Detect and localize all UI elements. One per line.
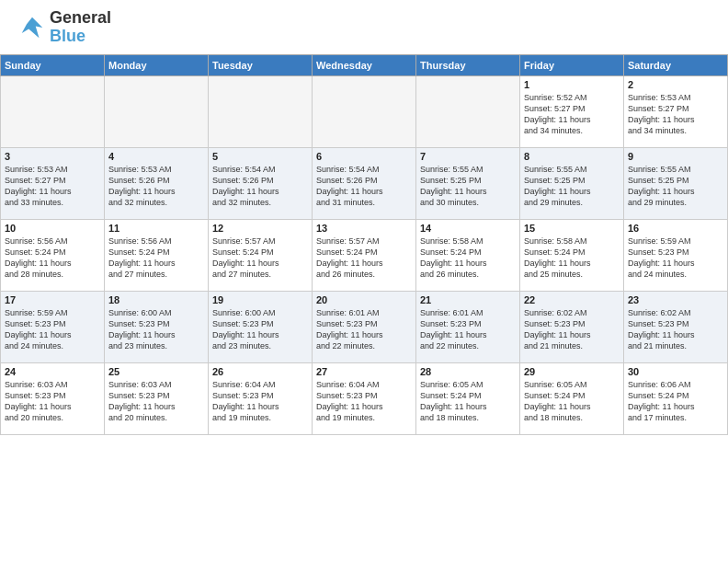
day-info: Sunrise: 5:53 AM Sunset: 5:27 PM Dayligh… bbox=[628, 92, 723, 137]
day-number: 5 bbox=[212, 151, 308, 162]
day-number: 10 bbox=[5, 223, 100, 234]
day-info: Sunrise: 5:53 AM Sunset: 5:27 PM Dayligh… bbox=[5, 164, 100, 209]
calendar-cell: 12Sunrise: 5:57 AM Sunset: 5:24 PM Dayli… bbox=[209, 219, 313, 291]
day-number: 15 bbox=[524, 223, 620, 234]
day-info: Sunrise: 6:00 AM Sunset: 5:23 PM Dayligh… bbox=[212, 307, 308, 352]
day-info: Sunrise: 5:54 AM Sunset: 5:26 PM Dayligh… bbox=[316, 164, 412, 209]
day-number: 25 bbox=[108, 366, 204, 377]
calendar-week-row: 17Sunrise: 5:59 AM Sunset: 5:23 PM Dayli… bbox=[1, 291, 728, 362]
day-number: 7 bbox=[420, 151, 516, 162]
calendar-header-row: SundayMondayTuesdayWednesdayThursdayFrid… bbox=[1, 54, 728, 75]
column-header-tuesday: Tuesday bbox=[209, 54, 313, 75]
day-number: 12 bbox=[212, 223, 308, 234]
day-number: 3 bbox=[5, 151, 100, 162]
calendar-cell: 26Sunrise: 6:04 AM Sunset: 5:23 PM Dayli… bbox=[209, 362, 313, 434]
column-header-monday: Monday bbox=[105, 54, 209, 75]
day-number: 13 bbox=[316, 223, 412, 234]
day-info: Sunrise: 6:03 AM Sunset: 5:23 PM Dayligh… bbox=[108, 379, 204, 424]
day-info: Sunrise: 5:57 AM Sunset: 5:24 PM Dayligh… bbox=[212, 236, 308, 281]
day-info: Sunrise: 6:00 AM Sunset: 5:23 PM Dayligh… bbox=[108, 307, 204, 352]
day-info: Sunrise: 5:52 AM Sunset: 5:27 PM Dayligh… bbox=[524, 92, 620, 137]
day-number: 16 bbox=[628, 223, 723, 234]
column-header-saturday: Saturday bbox=[624, 54, 728, 75]
calendar-cell: 29Sunrise: 6:05 AM Sunset: 5:24 PM Dayli… bbox=[520, 362, 624, 434]
day-number: 30 bbox=[628, 366, 723, 377]
calendar-cell bbox=[1, 75, 105, 147]
calendar-cell: 4Sunrise: 5:53 AM Sunset: 5:26 PM Daylig… bbox=[105, 147, 209, 219]
column-header-thursday: Thursday bbox=[416, 54, 520, 75]
day-info: Sunrise: 5:55 AM Sunset: 5:25 PM Dayligh… bbox=[420, 164, 516, 209]
calendar-cell: 21Sunrise: 6:01 AM Sunset: 5:23 PM Dayli… bbox=[416, 291, 520, 362]
day-number: 8 bbox=[524, 151, 620, 162]
calendar-cell: 25Sunrise: 6:03 AM Sunset: 5:23 PM Dayli… bbox=[105, 362, 209, 434]
calendar-week-row: 10Sunrise: 5:56 AM Sunset: 5:24 PM Dayli… bbox=[1, 219, 728, 291]
day-number: 23 bbox=[628, 294, 723, 305]
calendar-cell bbox=[105, 75, 209, 147]
day-number: 1 bbox=[524, 79, 620, 90]
calendar-cell: 8Sunrise: 5:55 AM Sunset: 5:25 PM Daylig… bbox=[520, 147, 624, 219]
day-info: Sunrise: 6:05 AM Sunset: 5:24 PM Dayligh… bbox=[420, 379, 516, 424]
day-info: Sunrise: 5:54 AM Sunset: 5:26 PM Dayligh… bbox=[212, 164, 308, 209]
day-number: 27 bbox=[316, 366, 412, 377]
calendar-cell: 11Sunrise: 5:56 AM Sunset: 5:24 PM Dayli… bbox=[105, 219, 209, 291]
calendar-week-row: 3Sunrise: 5:53 AM Sunset: 5:27 PM Daylig… bbox=[1, 147, 728, 219]
day-info: Sunrise: 5:55 AM Sunset: 5:25 PM Dayligh… bbox=[524, 164, 620, 209]
day-number: 22 bbox=[524, 294, 620, 305]
day-info: Sunrise: 6:04 AM Sunset: 5:23 PM Dayligh… bbox=[212, 379, 308, 424]
day-info: Sunrise: 5:55 AM Sunset: 5:25 PM Dayligh… bbox=[628, 164, 723, 209]
column-header-sunday: Sunday bbox=[1, 54, 105, 75]
header: General Blue bbox=[0, 0, 728, 51]
day-info: Sunrise: 5:58 AM Sunset: 5:24 PM Dayligh… bbox=[524, 236, 620, 281]
day-number: 17 bbox=[5, 294, 100, 305]
calendar-cell: 28Sunrise: 6:05 AM Sunset: 5:24 PM Dayli… bbox=[416, 362, 520, 434]
day-number: 11 bbox=[108, 223, 204, 234]
day-info: Sunrise: 5:56 AM Sunset: 5:24 PM Dayligh… bbox=[5, 236, 100, 281]
day-info: Sunrise: 5:58 AM Sunset: 5:24 PM Dayligh… bbox=[420, 236, 516, 281]
calendar-cell: 7Sunrise: 5:55 AM Sunset: 5:25 PM Daylig… bbox=[416, 147, 520, 219]
calendar-cell: 20Sunrise: 6:01 AM Sunset: 5:23 PM Dayli… bbox=[313, 291, 416, 362]
calendar-cell: 18Sunrise: 6:00 AM Sunset: 5:23 PM Dayli… bbox=[105, 291, 209, 362]
calendar-cell: 16Sunrise: 5:59 AM Sunset: 5:23 PM Dayli… bbox=[624, 219, 728, 291]
day-number: 29 bbox=[524, 366, 620, 377]
calendar-cell: 14Sunrise: 5:58 AM Sunset: 5:24 PM Dayli… bbox=[416, 219, 520, 291]
logo-icon bbox=[18, 14, 46, 41]
day-number: 24 bbox=[5, 366, 100, 377]
day-info: Sunrise: 5:57 AM Sunset: 5:24 PM Dayligh… bbox=[316, 236, 412, 281]
calendar-cell: 13Sunrise: 5:57 AM Sunset: 5:24 PM Dayli… bbox=[313, 219, 416, 291]
calendar-cell: 23Sunrise: 6:02 AM Sunset: 5:23 PM Dayli… bbox=[624, 291, 728, 362]
svg-marker-0 bbox=[22, 17, 43, 39]
day-number: 21 bbox=[420, 294, 516, 305]
day-info: Sunrise: 6:06 AM Sunset: 5:24 PM Dayligh… bbox=[628, 379, 723, 424]
calendar-cell: 10Sunrise: 5:56 AM Sunset: 5:24 PM Dayli… bbox=[1, 219, 105, 291]
column-header-friday: Friday bbox=[520, 54, 624, 75]
day-number: 18 bbox=[108, 294, 204, 305]
calendar-table: SundayMondayTuesdayWednesdayThursdayFrid… bbox=[0, 54, 728, 435]
calendar-cell: 9Sunrise: 5:55 AM Sunset: 5:25 PM Daylig… bbox=[624, 147, 728, 219]
day-number: 9 bbox=[628, 151, 723, 162]
day-number: 28 bbox=[420, 366, 516, 377]
calendar-cell: 2Sunrise: 5:53 AM Sunset: 5:27 PM Daylig… bbox=[624, 75, 728, 147]
calendar-cell: 24Sunrise: 6:03 AM Sunset: 5:23 PM Dayli… bbox=[1, 362, 105, 434]
day-info: Sunrise: 6:02 AM Sunset: 5:23 PM Dayligh… bbox=[628, 307, 723, 352]
calendar-cell: 19Sunrise: 6:00 AM Sunset: 5:23 PM Dayli… bbox=[209, 291, 313, 362]
day-number: 2 bbox=[628, 79, 723, 90]
calendar-cell: 6Sunrise: 5:54 AM Sunset: 5:26 PM Daylig… bbox=[313, 147, 416, 219]
calendar-cell: 15Sunrise: 5:58 AM Sunset: 5:24 PM Dayli… bbox=[520, 219, 624, 291]
calendar-week-row: 24Sunrise: 6:03 AM Sunset: 5:23 PM Dayli… bbox=[1, 362, 728, 434]
calendar-cell: 27Sunrise: 6:04 AM Sunset: 5:23 PM Dayli… bbox=[313, 362, 416, 434]
day-info: Sunrise: 6:01 AM Sunset: 5:23 PM Dayligh… bbox=[420, 307, 516, 352]
day-info: Sunrise: 6:01 AM Sunset: 5:23 PM Dayligh… bbox=[316, 307, 412, 352]
day-info: Sunrise: 6:04 AM Sunset: 5:23 PM Dayligh… bbox=[316, 379, 412, 424]
calendar-cell: 3Sunrise: 5:53 AM Sunset: 5:27 PM Daylig… bbox=[1, 147, 105, 219]
calendar-cell bbox=[416, 75, 520, 147]
logo-text: General Blue bbox=[50, 9, 111, 46]
calendar-cell: 30Sunrise: 6:06 AM Sunset: 5:24 PM Dayli… bbox=[624, 362, 728, 434]
calendar-cell: 5Sunrise: 5:54 AM Sunset: 5:26 PM Daylig… bbox=[209, 147, 313, 219]
calendar-cell: 22Sunrise: 6:02 AM Sunset: 5:23 PM Dayli… bbox=[520, 291, 624, 362]
calendar-cell bbox=[313, 75, 416, 147]
day-info: Sunrise: 6:02 AM Sunset: 5:23 PM Dayligh… bbox=[524, 307, 620, 352]
day-info: Sunrise: 5:53 AM Sunset: 5:26 PM Dayligh… bbox=[108, 164, 204, 209]
day-number: 26 bbox=[212, 366, 308, 377]
column-header-wednesday: Wednesday bbox=[313, 54, 416, 75]
calendar-cell: 17Sunrise: 5:59 AM Sunset: 5:23 PM Dayli… bbox=[1, 291, 105, 362]
